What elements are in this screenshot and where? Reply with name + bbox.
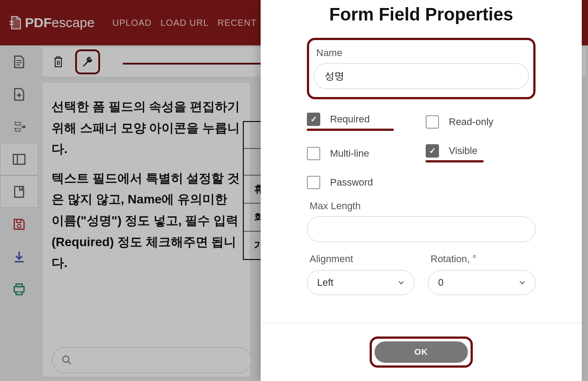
required-underline	[307, 129, 394, 131]
ok-button-highlight: OK	[370, 336, 473, 368]
properties-tool-icon[interactable]	[75, 49, 100, 74]
select-value: 0	[438, 277, 443, 288]
checkbox-group: ✓ Required Read-only Multi-line ✓ Visibl…	[307, 113, 536, 189]
checkbox-icon: ✓	[426, 144, 439, 158]
logo-icon	[9, 15, 22, 31]
dialog-footer: OK	[261, 323, 582, 381]
form-field-properties-dialog: Form Field Properties Name ✓ Required Re…	[261, 0, 582, 381]
maxlength-input[interactable]	[307, 216, 536, 242]
sidebar-page-icon[interactable]	[0, 45, 38, 78]
alignment-select[interactable]: Left	[307, 270, 415, 295]
nav-recent[interactable]: RECENT	[217, 18, 257, 28]
maxlength-label: Max Length	[307, 200, 536, 212]
checkbox-icon	[307, 176, 320, 189]
checkbox-label: Read-only	[449, 116, 493, 128]
alignment-label: Alignment	[307, 253, 415, 265]
name-input[interactable]	[314, 63, 529, 89]
password-checkbox[interactable]: Password	[307, 176, 417, 189]
svg-line-17	[68, 361, 71, 364]
svg-point-16	[63, 356, 69, 362]
nav-upload[interactable]: UPLOAD	[113, 18, 152, 28]
readonly-checkbox[interactable]: Read-only	[426, 113, 536, 131]
chevron-down-icon	[519, 280, 525, 285]
sidebar-print-icon[interactable]	[0, 273, 38, 305]
nav-load-url[interactable]: LOAD URL	[161, 18, 209, 28]
svg-rect-7	[13, 154, 25, 164]
rotation-select[interactable]: 0	[428, 270, 536, 295]
ok-button[interactable]: OK	[375, 341, 468, 363]
required-checkbox[interactable]: ✓ Required	[307, 113, 417, 126]
svg-point-11	[17, 224, 21, 228]
delete-tool-icon[interactable]	[49, 53, 67, 71]
search-icon	[62, 355, 72, 365]
instruction-text-2: 텍스트 필드에서 특별히 설정할 것은 많지 않고, Name에 유의미한 이름…	[52, 168, 241, 274]
checkbox-label: Visible	[449, 145, 477, 157]
top-nav: UPLOAD LOAD URL RECENT	[113, 18, 257, 28]
search-input[interactable]	[52, 347, 252, 373]
sidebar-panel-icon[interactable]	[0, 143, 38, 175]
svg-rect-1	[10, 24, 13, 25]
logo-text: PDFescape	[25, 15, 95, 30]
sidebar-extract-icon[interactable]	[0, 110, 38, 143]
name-field-highlight: Name	[307, 38, 536, 99]
visible-checkbox[interactable]: ✓ Visible	[426, 144, 536, 158]
checkbox-icon: ✓	[307, 113, 320, 126]
name-label: Name	[314, 47, 529, 59]
checkbox-label: Multi-line	[330, 148, 369, 159]
multiline-checkbox[interactable]: Multi-line	[307, 144, 417, 162]
rotation-label: Rotation, °	[428, 253, 536, 265]
chevron-down-icon	[398, 280, 404, 285]
checkbox-label: Password	[330, 177, 373, 188]
checkbox-icon	[426, 115, 439, 129]
checkbox-icon	[307, 147, 320, 160]
checkbox-label: Required	[330, 113, 370, 125]
instruction-panel: 선택한 폼 필드의 속성을 편집하기 위해 스패너 모양 아이콘을 누릅니다. …	[43, 83, 250, 377]
instruction-text-1: 선택한 폼 필드의 속성을 편집하기 위해 스패너 모양 아이콘을 누릅니다.	[52, 96, 241, 160]
svg-rect-0	[10, 21, 13, 22]
left-sidebar	[0, 45, 38, 381]
sidebar-download-icon[interactable]	[0, 240, 38, 273]
select-value: Left	[317, 277, 334, 288]
dialog-title: Form Field Properties	[261, 0, 582, 38]
sidebar-bookmark-icon[interactable]	[0, 175, 38, 208]
sidebar-add-page-icon[interactable]	[0, 78, 38, 110]
app-logo: PDFescape	[9, 15, 95, 31]
visible-underline	[426, 160, 483, 162]
sidebar-save-icon[interactable]	[0, 208, 38, 240]
